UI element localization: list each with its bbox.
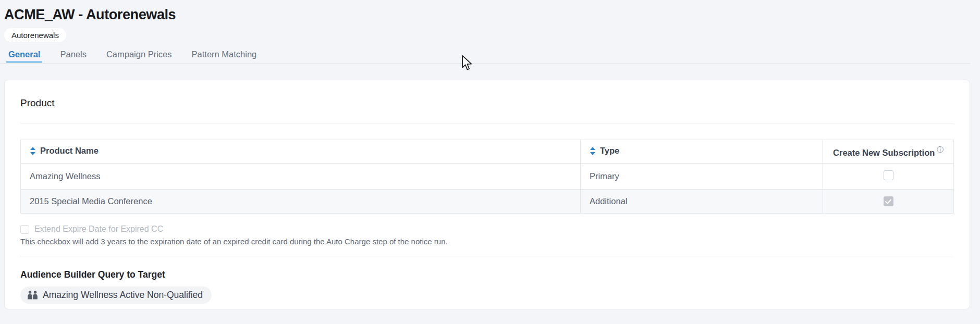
audience-heading: Audience Builder Query to Target [20, 269, 954, 280]
extend-expire-description: This checkbox will add 3 years to the ex… [20, 237, 954, 246]
audience-query-label: Amazing Wellness Active Non-Qualified [43, 290, 203, 301]
people-icon [27, 291, 38, 300]
table-row: Amazing Wellness Primary [21, 163, 954, 189]
info-icon[interactable]: ⓘ [937, 146, 944, 154]
sort-icon[interactable] [590, 147, 596, 155]
product-table: Product Name Type Create New Subscriptio… [20, 140, 954, 214]
extend-expire-row: Extend Expire Date for Expired CC [20, 225, 954, 234]
column-header-type[interactable]: Type [581, 140, 823, 164]
column-header-create-new-subscription: Create New Subscriptionⓘ [823, 140, 954, 164]
column-header-product-name[interactable]: Product Name [21, 140, 581, 164]
cell-product-name: 2015 Special Media Conference [21, 189, 581, 214]
tab-general[interactable]: General [6, 49, 42, 63]
column-label: Type [600, 146, 619, 156]
create-subscription-checkbox-checked [884, 196, 893, 206]
table-header-row: Product Name Type Create New Subscriptio… [21, 140, 954, 164]
audience-query-tag[interactable]: Amazing Wellness Active Non-Qualified [20, 286, 212, 304]
cell-create-new-subscription [823, 163, 954, 189]
tab-panels[interactable]: Panels [58, 49, 88, 63]
autorenewals-badge: Autorenewals [4, 28, 66, 42]
sort-icon[interactable] [30, 147, 36, 155]
cell-product-name: Amazing Wellness [21, 163, 581, 189]
page-title: ACME_AW - Autorenewals [4, 7, 970, 23]
tab-campaign-prices[interactable]: Campaign Prices [104, 49, 174, 63]
create-subscription-checkbox[interactable] [884, 170, 893, 180]
table-row: 2015 Special Media Conference Additional [21, 189, 954, 214]
cell-type: Additional [581, 189, 823, 214]
page-header: ACME_AW - Autorenewals Autorenewals Gene… [0, 0, 970, 64]
tab-bar: General Panels Campaign Prices Pattern M… [4, 49, 970, 63]
cell-type: Primary [581, 163, 823, 189]
column-label: Create New Subscription [833, 148, 935, 157]
product-section-heading: Product [20, 97, 954, 109]
heading-divider [20, 123, 954, 123]
product-card: Product Product Name [4, 80, 970, 309]
tab-pattern-matching[interactable]: Pattern Matching [190, 49, 259, 63]
cell-create-new-subscription [823, 189, 954, 214]
column-label: Product Name [40, 146, 99, 156]
extend-expire-label: Extend Expire Date for Expired CC [34, 225, 163, 234]
extend-expire-checkbox[interactable] [20, 225, 29, 234]
section-divider [20, 256, 954, 256]
